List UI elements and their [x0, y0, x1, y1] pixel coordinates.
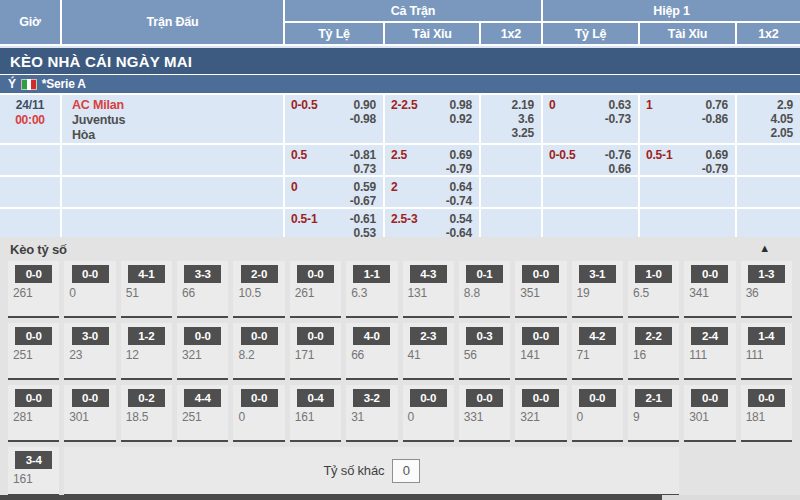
odds-value[interactable]: -0.79	[446, 162, 472, 176]
score-cell[interactable]: 4-4 251	[177, 385, 228, 442]
score-cell[interactable]: 0-0 351	[515, 261, 566, 318]
odds-value[interactable]: 3.6	[511, 112, 534, 126]
scrollbar-thumb[interactable]	[0, 495, 662, 500]
odds-value[interactable]: 0.54	[446, 212, 472, 226]
score-cell[interactable]: 0-0 0	[572, 385, 623, 442]
odds-value[interactable]: 2.05	[770, 126, 793, 140]
odds-value[interactable]: -0.79	[702, 162, 728, 176]
score-cell[interactable]: 0-4 161	[290, 385, 341, 442]
odds-value[interactable]: 0.66	[605, 162, 631, 176]
score-cell[interactable]: 0-0 0	[64, 261, 115, 318]
score-cell[interactable]: 0-0 261	[8, 261, 59, 318]
score-cell[interactable]: 1-4 111	[741, 323, 792, 380]
odds-value[interactable]: 0.69	[446, 148, 472, 162]
score-cell[interactable]: 0-0 301	[684, 385, 735, 442]
half-1x2-cell[interactable]: 2.94.052.05	[737, 95, 800, 143]
full-handicap-cell[interactable]: 0-0.5 0.90-0.98	[285, 95, 383, 143]
score-cell[interactable]: 0-0 321	[177, 323, 228, 380]
score-odds: 331	[459, 410, 510, 424]
score-cell[interactable]: 0-0 331	[459, 385, 510, 442]
score-cell[interactable]: 2-1 9	[628, 385, 679, 442]
other-score-value[interactable]: 0	[392, 459, 420, 483]
score-cell[interactable]: 0-0 181	[741, 385, 792, 442]
score-cell[interactable]: 0-0 281	[8, 385, 59, 442]
half-overunder-cell[interactable]: 0.5-1 0.69-0.79	[640, 145, 735, 175]
half-handicap-cell[interactable]: 0-0.5 -0.760.66	[543, 145, 638, 175]
full-overunder-cell[interactable]: 2 0.64-0.74	[385, 177, 479, 207]
score-cell[interactable]: 0-0 301	[64, 385, 115, 442]
score-cell[interactable]: 3-4 161	[8, 447, 59, 496]
score-cell[interactable]: 0-0 321	[515, 385, 566, 442]
horizontal-scrollbar[interactable]	[0, 495, 800, 500]
odds-value[interactable]: 0.59	[350, 180, 376, 194]
score-cell[interactable]: 0-1 8.8	[459, 261, 510, 318]
correct-score-header[interactable]: Kèo tỷ số ▲	[0, 237, 800, 261]
score-cell[interactable]: 0-0 251	[8, 323, 59, 380]
odds-value[interactable]: -0.98	[350, 112, 376, 126]
odds-value[interactable]: 4.05	[770, 112, 793, 126]
score-cell[interactable]: 3-3 66	[177, 261, 228, 318]
full-overunder-cell[interactable]: 2.5 0.69-0.79	[385, 145, 479, 175]
odds-value[interactable]: -0.73	[605, 112, 631, 126]
score-cell[interactable]: 3-1 19	[572, 261, 623, 318]
score-cell[interactable]: 0-0 171	[290, 323, 341, 380]
score-cell[interactable]: 4-0 66	[346, 323, 397, 380]
full-handicap-cell[interactable]: 0.5 -0.810.73	[285, 145, 383, 175]
score-cell[interactable]: 0-0 8.2	[233, 323, 284, 380]
score-cell[interactable]: 0-2 18.5	[121, 385, 172, 442]
odds-value[interactable]: 0.98	[449, 98, 472, 112]
odds-value[interactable]: 0.92	[449, 112, 472, 126]
half-handicap-cell[interactable]: 0 0.63-0.73	[543, 95, 638, 143]
score-cell[interactable]: 1-1 6.3	[346, 261, 397, 318]
empty-cell	[481, 209, 541, 239]
odds-value[interactable]: -0.76	[605, 148, 631, 162]
odds-value[interactable]: 2.19	[511, 98, 534, 112]
score-cell[interactable]: 4-2 71	[572, 323, 623, 380]
score-cell[interactable]: 2-3 41	[403, 323, 454, 380]
odds-value[interactable]: -0.74	[446, 194, 472, 208]
full-overunder-cell[interactable]: 2.5-3 0.54-0.64	[385, 209, 479, 239]
score-cell[interactable]: 0-0 0	[233, 385, 284, 442]
collapse-icon[interactable]: ▲	[759, 242, 770, 254]
full-overunder-cell[interactable]: 2-2.5 0.980.92	[385, 95, 479, 143]
odds-value[interactable]: -0.61	[350, 212, 376, 226]
home-team[interactable]: AC Milan	[72, 98, 283, 113]
score-cell[interactable]: 0-0 261	[290, 261, 341, 318]
score-cell[interactable]: 0-0 0	[403, 385, 454, 442]
half-overunder-cell[interactable]: 1 0.76-0.86	[640, 95, 735, 143]
odds-value[interactable]: -0.67	[350, 194, 376, 208]
odds-value[interactable]: 0.76	[702, 98, 728, 112]
full-handicap-cell[interactable]: 0.5-1 -0.610.53	[285, 209, 383, 239]
odds-value[interactable]: 3.25	[511, 126, 534, 140]
full-1x2-cell[interactable]: 2.193.63.25	[481, 95, 541, 143]
odds-value[interactable]: 0.73	[350, 162, 376, 176]
score-cell[interactable]: 0-0 141	[515, 323, 566, 380]
score-cell[interactable]: 3-2 31	[346, 385, 397, 442]
match-teams-cell[interactable]: AC Milan Juventus Hòa	[62, 95, 283, 143]
score-cell[interactable]: 2-4 111	[684, 323, 735, 380]
score-cell[interactable]: 2-0 10.5	[233, 261, 284, 318]
odds-value[interactable]: 0.90	[350, 98, 376, 112]
odds-value[interactable]: 0.69	[702, 148, 728, 162]
away-team[interactable]: Juventus	[72, 113, 283, 128]
other-score-cell[interactable]: Tỷ số khác 0	[64, 447, 679, 496]
score-cell[interactable]: 1-0 6.5	[628, 261, 679, 318]
score-cell[interactable]: 3-0 23	[64, 323, 115, 380]
score-cell[interactable]: 1-2 12	[121, 323, 172, 380]
score-odds: 12	[121, 348, 172, 362]
odds-value[interactable]: 0.64	[446, 180, 472, 194]
odds-value[interactable]: -0.86	[702, 112, 728, 126]
score-cell[interactable]: 1-3 36	[741, 261, 792, 318]
odds-value[interactable]: -0.81	[350, 148, 376, 162]
score-cell[interactable]: 0-3 56	[459, 323, 510, 380]
score-cell[interactable]: 4-1 51	[121, 261, 172, 318]
odds-value[interactable]: 0.63	[605, 98, 631, 112]
score-badge: 3-1	[579, 265, 616, 283]
league-bar[interactable]: Ý *Serie A	[0, 75, 800, 93]
odds-value[interactable]: 2.9	[770, 98, 793, 112]
score-badge: 1-1	[353, 265, 390, 283]
full-handicap-cell[interactable]: 0 0.59-0.67	[285, 177, 383, 207]
score-cell[interactable]: 2-2 16	[628, 323, 679, 380]
score-cell[interactable]: 0-0 341	[684, 261, 735, 318]
score-cell[interactable]: 4-3 131	[403, 261, 454, 318]
